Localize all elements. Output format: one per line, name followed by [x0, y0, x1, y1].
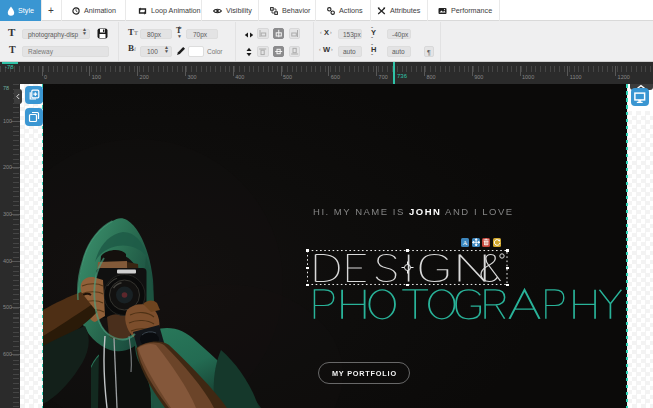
svg-text:A: A: [463, 239, 468, 246]
